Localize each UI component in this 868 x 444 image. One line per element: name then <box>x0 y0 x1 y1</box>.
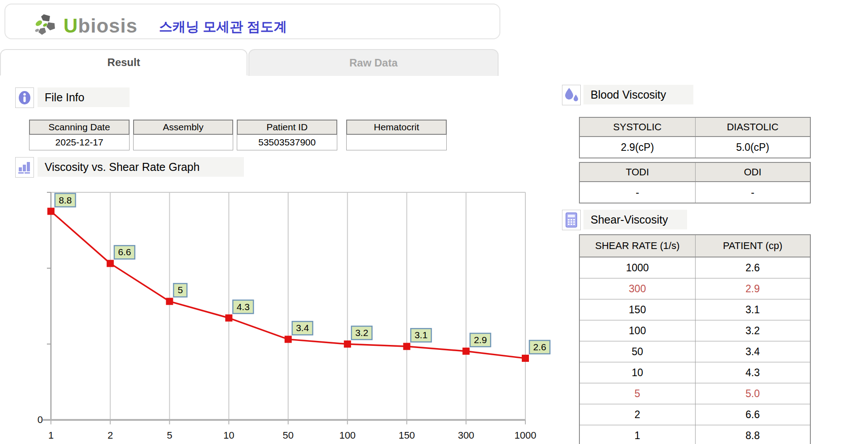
shear-rate-cell: 300 <box>580 278 695 299</box>
shear-rate-cell: 1 <box>580 425 695 444</box>
data-point <box>344 340 351 348</box>
shear-rate-cell: 50 <box>580 341 695 362</box>
field-label: Patient ID <box>237 120 337 135</box>
app-header: Ubiosis 스캐닝 모세관 점도계 <box>4 4 500 39</box>
patient-cell: 4.3 <box>695 362 810 383</box>
field-scanning-date: Scanning Date 2025-12-17 <box>29 120 130 150</box>
data-point <box>462 348 470 355</box>
table-header-row: SHEAR RATE (1/s) PATIENT (cp) <box>580 235 810 257</box>
field-label: Assembly <box>133 120 233 135</box>
data-point <box>285 336 292 343</box>
x-tick-label: 100 <box>339 430 356 441</box>
field-assembly: Assembly <box>133 120 233 150</box>
y-zero-label: 0 <box>38 414 43 425</box>
data-point <box>403 343 411 350</box>
field-value: 2025-12-17 <box>29 135 130 150</box>
todi-header: TODI <box>580 163 695 181</box>
x-tick-label: 1 <box>48 430 54 441</box>
todi-odi-table: TODI ODI - - <box>579 162 811 203</box>
ubiosis-logo: Ubiosis <box>34 14 138 37</box>
systolic-header: SYSTOLIC <box>580 118 695 136</box>
data-label: 5 <box>178 285 183 295</box>
shear-rate-cell: 100 <box>580 320 695 341</box>
patient-cell: 8.8 <box>695 425 810 444</box>
blood-viscosity-table: SYSTOLIC DIASTOLIC 2.9(cP) 5.0(cP) <box>579 117 811 158</box>
patient-header: PATIENT (cp) <box>695 235 810 257</box>
table-row: 1003.2 <box>580 320 810 341</box>
table-row: 10002.6 <box>580 257 810 278</box>
shear-viscosity-section-title: Shear-Viscosity <box>583 210 687 229</box>
shear-rate-header: SHEAR RATE (1/s) <box>580 235 695 257</box>
patient-cell: 2.6 <box>695 257 810 278</box>
tab-raw-data[interactable]: Raw Data <box>248 49 499 76</box>
x-tick-label: 300 <box>458 430 474 441</box>
data-point <box>225 315 232 322</box>
data-label: 3.2 <box>355 328 368 338</box>
data-point <box>522 355 529 362</box>
odi-header: ODI <box>695 163 810 181</box>
table-row: 1503.1 <box>580 299 810 320</box>
data-label: 4.3 <box>237 302 250 312</box>
shear-rate-cell: 5 <box>580 383 695 404</box>
file-info-section-title: File Info <box>38 87 130 107</box>
data-label: 2.6 <box>533 342 546 352</box>
table-row: 55.0 <box>580 383 810 404</box>
patient-cell: 5.0 <box>695 383 810 404</box>
app-window: Ubiosis 스캐닝 모세관 점도계 Result Raw Data File… <box>0 0 868 444</box>
table-value-row: 2.9(cP) 5.0(cP) <box>580 137 810 158</box>
odi-value: - <box>695 182 810 203</box>
blood-viscosity-section-title: Blood Viscosity <box>583 85 693 104</box>
diastolic-header: DIASTOLIC <box>695 118 810 136</box>
patient-cell: 6.6 <box>695 404 810 425</box>
table-row: 3002.9 <box>580 278 810 299</box>
viscosity-shear-rate-chart: 8.86.654.33.43.23.12.92.6125105010015030… <box>0 152 563 444</box>
data-label: 3.4 <box>296 323 309 333</box>
table-row: 104.3 <box>580 362 810 383</box>
x-tick-label: 2 <box>108 430 113 441</box>
diastolic-value: 5.0(cP) <box>695 137 810 158</box>
patient-cell: 3.2 <box>695 320 810 341</box>
field-value: 53503537900 <box>237 135 337 150</box>
info-icon <box>15 87 34 108</box>
shear-rate-cell: 150 <box>580 299 695 320</box>
x-tick-labels: 12510501001503001000 <box>48 430 537 441</box>
x-tick-label: 150 <box>398 430 415 441</box>
brand-initial: U <box>63 15 78 37</box>
todi-value: - <box>580 182 695 203</box>
ubiosis-logo-icon <box>34 13 60 38</box>
x-tick-label: 10 <box>223 430 234 441</box>
field-patient-id: Patient ID 53503537900 <box>237 120 337 150</box>
field-label: Scanning Date <box>29 120 130 135</box>
table-row: 503.4 <box>580 341 810 362</box>
field-label: Hematocrit <box>346 120 447 135</box>
table-value-row: - - <box>580 182 810 203</box>
shear-rate-cell: 2 <box>580 404 695 425</box>
data-label: 8.8 <box>59 195 71 205</box>
brand-rest: biosis <box>78 15 138 37</box>
patient-cell: 2.9 <box>695 278 810 299</box>
patient-cell: 3.4 <box>695 341 810 362</box>
blood-droplets-icon <box>562 85 581 105</box>
data-label: 3.1 <box>415 330 428 340</box>
tab-result[interactable]: Result <box>0 49 247 76</box>
calculator-icon <box>562 210 581 230</box>
data-point <box>47 208 55 215</box>
shear-viscosity-table: SHEAR RATE (1/s) PATIENT (cp) 10002.6300… <box>579 234 811 444</box>
table-header-row: TODI ODI <box>580 163 810 182</box>
data-point <box>166 298 173 305</box>
field-value <box>133 135 233 150</box>
page-title-korean: 스캐닝 모세관 점도계 <box>159 18 287 36</box>
table-row: 26.6 <box>580 404 810 425</box>
gridlines-group <box>43 192 525 424</box>
shear-rate-cell: 1000 <box>580 257 695 278</box>
x-tick-label: 50 <box>283 430 294 441</box>
shear-rate-cell: 10 <box>580 362 695 383</box>
x-tick-label: 1000 <box>515 430 537 441</box>
shear-viscosity-table-body: 10002.63002.91503.11003.2503.4104.355.02… <box>580 257 810 444</box>
x-tick-label: 5 <box>167 430 172 441</box>
data-point <box>107 260 114 267</box>
systolic-value: 2.9(cP) <box>580 137 695 158</box>
table-row: 18.8 <box>580 425 810 444</box>
patient-cell: 3.1 <box>695 299 810 320</box>
data-labels-group: 8.86.654.33.43.23.12.92.6 <box>55 194 550 354</box>
